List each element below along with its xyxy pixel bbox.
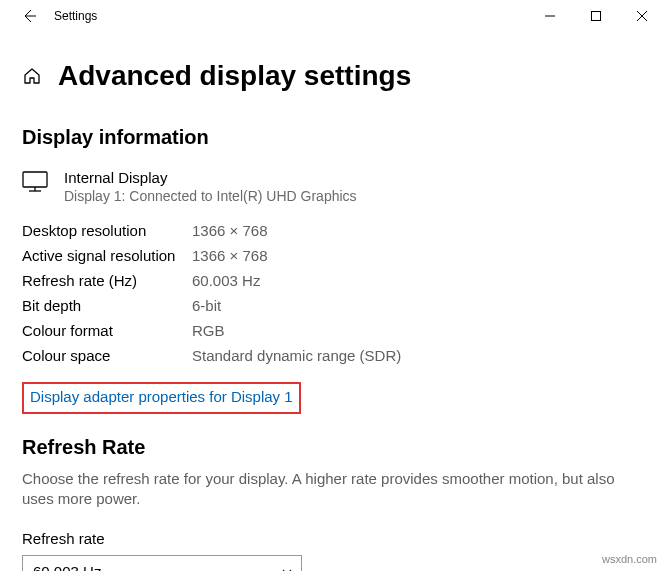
maximize-icon: [591, 11, 601, 21]
content-area: Advanced display settings Display inform…: [0, 32, 665, 571]
prop-row: Refresh rate (Hz) 60.003 Hz: [22, 268, 643, 293]
page-title: Advanced display settings: [58, 60, 411, 92]
display-name: Internal Display: [64, 169, 357, 186]
chevron-down-icon: [281, 566, 293, 572]
home-icon[interactable]: [22, 66, 42, 86]
watermark: wsxdn.com: [602, 553, 657, 565]
prop-value: 60.003 Hz: [192, 272, 260, 289]
svg-rect-2: [592, 12, 601, 21]
refresh-rate-label: Refresh rate: [22, 530, 643, 547]
refresh-rate-dropdown[interactable]: 60.003 Hz: [22, 555, 302, 572]
monitor-icon: [22, 169, 48, 197]
prop-row: Desktop resolution 1366 × 768: [22, 218, 643, 243]
prop-label: Active signal resolution: [22, 247, 192, 264]
display-connection: Display 1: Connected to Intel(R) UHD Gra…: [64, 188, 357, 204]
prop-row: Colour format RGB: [22, 318, 643, 343]
adapter-link-highlight: Display adapter properties for Display 1: [22, 382, 301, 414]
prop-value: 1366 × 768: [192, 222, 268, 239]
close-icon: [637, 11, 647, 21]
svg-rect-5: [23, 172, 47, 187]
refresh-rate-description: Choose the refresh rate for your display…: [22, 469, 643, 510]
prop-row: Bit depth 6-bit: [22, 293, 643, 318]
prop-label: Colour format: [22, 322, 192, 339]
minimize-button[interactable]: [527, 0, 573, 32]
prop-value: Standard dynamic range (SDR): [192, 347, 401, 364]
maximize-button[interactable]: [573, 0, 619, 32]
refresh-rate-selected: 60.003 Hz: [33, 563, 101, 571]
page-header: Advanced display settings: [22, 60, 643, 92]
display-info-heading: Display information: [22, 126, 643, 149]
close-button[interactable]: [619, 0, 665, 32]
window-title: Settings: [50, 9, 97, 23]
adapter-properties-link[interactable]: Display adapter properties for Display 1: [30, 388, 293, 405]
titlebar: Settings: [0, 0, 665, 32]
prop-value: 6-bit: [192, 297, 221, 314]
prop-row: Colour space Standard dynamic range (SDR…: [22, 343, 643, 368]
display-properties: Desktop resolution 1366 × 768 Active sig…: [22, 218, 643, 368]
arrow-left-icon: [21, 8, 37, 24]
prop-label: Bit depth: [22, 297, 192, 314]
prop-label: Desktop resolution: [22, 222, 192, 239]
prop-row: Active signal resolution 1366 × 768: [22, 243, 643, 268]
window-controls: [527, 0, 665, 32]
prop-value: RGB: [192, 322, 225, 339]
back-button[interactable]: [8, 0, 50, 32]
prop-label: Colour space: [22, 347, 192, 364]
prop-label: Refresh rate (Hz): [22, 272, 192, 289]
refresh-rate-heading: Refresh Rate: [22, 436, 643, 459]
prop-value: 1366 × 768: [192, 247, 268, 264]
minimize-icon: [545, 11, 555, 21]
display-summary: Internal Display Display 1: Connected to…: [22, 169, 643, 204]
